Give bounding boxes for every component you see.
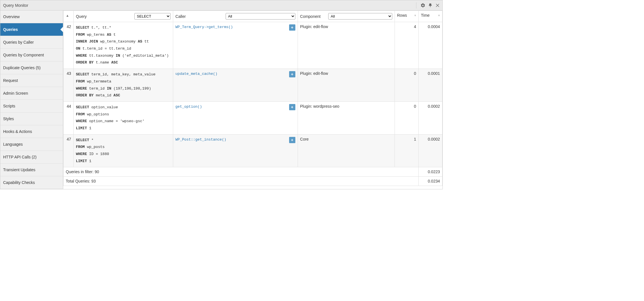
header-icons bbox=[414, 2, 442, 9]
time-cell: 0.0001 bbox=[419, 69, 442, 102]
query-cell: SELECT t.*, tt.*FROM wp_terms AS tINNER … bbox=[73, 22, 173, 69]
caller-cell: WP_Post::get_instance()+ bbox=[173, 134, 298, 167]
col-query-label: Query bbox=[76, 14, 87, 19]
total-time: 0.0234 bbox=[419, 177, 442, 186]
caller-link[interactable]: get_option() bbox=[175, 105, 202, 109]
footer-total-row: Total Queries: 93 0.0234 bbox=[63, 177, 442, 186]
component-cell: Core bbox=[298, 134, 395, 167]
col-query: Query SELECT bbox=[73, 11, 173, 22]
query-cell: SELECT *FROM wp_postsWHERE ID = 1880LIMI… bbox=[73, 134, 173, 167]
sidebar-item[interactable]: Overview bbox=[0, 10, 63, 23]
total-count: Total Queries: 93 bbox=[63, 177, 419, 186]
pin-icon[interactable] bbox=[428, 3, 433, 8]
rows-cell: 4 bbox=[395, 22, 418, 69]
rows-cell: 1 bbox=[395, 134, 418, 167]
filter-count: Queries in filter: 90 bbox=[63, 167, 419, 177]
query-cell: SELECT option_valueFROM wp_optionsWHERE … bbox=[73, 101, 173, 134]
component-cell: Plugin: wordpress-seo bbox=[298, 101, 395, 134]
caller-cell: get_option()+ bbox=[173, 101, 298, 134]
component-cell: Plugin: edit-flow bbox=[298, 22, 395, 69]
col-caller-label: Caller bbox=[175, 14, 186, 19]
time-cell: 0.0004 bbox=[419, 22, 442, 69]
sidebar-item[interactable]: Hooks & Actions bbox=[0, 125, 63, 138]
row-number: 44 bbox=[63, 101, 74, 134]
sidebar-item[interactable]: Admin Screen bbox=[0, 87, 63, 100]
sidebar-item[interactable]: Request bbox=[0, 74, 63, 87]
main-content: ▲ Query SELECT Caller bbox=[63, 10, 442, 189]
table-row: 42SELECT t.*, tt.*FROM wp_terms AS tINNE… bbox=[63, 22, 442, 69]
query-sql: SELECT *FROM wp_postsWHERE ID = 1880LIMI… bbox=[76, 137, 171, 165]
expand-button[interactable]: + bbox=[289, 104, 295, 110]
sidebar-item[interactable]: Queries bbox=[0, 23, 63, 36]
rows-cell: 0 bbox=[395, 69, 418, 102]
query-sql: SELECT term_id, meta_key, meta_valueFROM… bbox=[76, 71, 171, 99]
col-caller: Caller All bbox=[173, 11, 298, 22]
gear-icon[interactable] bbox=[420, 3, 425, 8]
caller-link[interactable]: WP_Post::get_instance() bbox=[175, 137, 226, 142]
sort-asc-icon: ▲ bbox=[66, 14, 69, 18]
rows-cell: 0 bbox=[395, 101, 418, 134]
sidebar-item[interactable]: Capability Checks bbox=[0, 176, 63, 189]
sidebar-item[interactable]: HTTP API Calls (2) bbox=[0, 151, 63, 164]
sidebar-item[interactable]: Scripts bbox=[0, 100, 63, 113]
caller-cell: update_meta_cache()+ bbox=[173, 69, 298, 102]
sidebar: OverviewQueriesQueries by CallerQueries … bbox=[0, 10, 63, 189]
panel-title: Query Monitor bbox=[3, 3, 414, 8]
footer-filter-row: Queries in filter: 90 0.0223 bbox=[63, 167, 442, 177]
sidebar-item[interactable]: Queries by Caller bbox=[0, 36, 63, 49]
sort-arrow-icon: ▾ bbox=[438, 14, 440, 17]
expand-button[interactable]: + bbox=[289, 137, 295, 143]
queries-table: ▲ Query SELECT Caller bbox=[63, 10, 442, 186]
col-time[interactable]: Time▾ bbox=[419, 11, 442, 22]
col-component: Component All bbox=[298, 11, 395, 22]
col-time-label: Time bbox=[421, 13, 430, 18]
time-cell: 0.0002 bbox=[419, 101, 442, 134]
sidebar-item[interactable]: Transient Updates bbox=[0, 164, 63, 176]
col-sort[interactable]: ▲ bbox=[63, 11, 74, 22]
col-component-label: Component bbox=[300, 14, 321, 19]
query-sql: SELECT option_valueFROM wp_optionsWHERE … bbox=[76, 104, 171, 132]
panel-header: Query Monitor bbox=[0, 0, 442, 10]
col-rows[interactable]: Rows▾ bbox=[395, 11, 418, 22]
sidebar-item[interactable]: Languages bbox=[0, 138, 63, 151]
caller-select[interactable]: All bbox=[226, 13, 295, 20]
query-sql: SELECT t.*, tt.*FROM wp_terms AS tINNER … bbox=[76, 24, 171, 66]
caller-link[interactable]: update_meta_cache() bbox=[175, 72, 217, 76]
sidebar-item[interactable]: Duplicate Queries (5) bbox=[0, 62, 63, 74]
table-row: 44SELECT option_valueFROM wp_optionsWHER… bbox=[63, 101, 442, 134]
query-type-select[interactable]: SELECT bbox=[134, 13, 171, 20]
sidebar-item[interactable]: Styles bbox=[0, 113, 63, 125]
time-cell: 0.0002 bbox=[419, 134, 442, 167]
row-number: 47 bbox=[63, 134, 74, 167]
col-rows-label: Rows bbox=[397, 13, 407, 18]
row-number: 42 bbox=[63, 22, 74, 69]
sort-arrow-icon: ▾ bbox=[414, 14, 416, 17]
caller-link[interactable]: WP_Term_Query->get_terms() bbox=[175, 25, 233, 29]
expand-button[interactable]: + bbox=[289, 24, 295, 31]
row-number: 43 bbox=[63, 69, 74, 102]
query-monitor-panel: Query Monitor OverviewQueriesQueries by … bbox=[0, 0, 443, 189]
component-select[interactable]: All bbox=[328, 13, 392, 20]
query-cell: SELECT term_id, meta_key, meta_valueFROM… bbox=[73, 69, 173, 102]
expand-button[interactable]: + bbox=[289, 71, 295, 77]
close-icon[interactable] bbox=[435, 3, 440, 8]
caller-cell: WP_Term_Query->get_terms()+ bbox=[173, 22, 298, 69]
filter-time: 0.0223 bbox=[419, 167, 442, 177]
table-row: 43SELECT term_id, meta_key, meta_valueFR… bbox=[63, 69, 442, 102]
table-row: 47SELECT *FROM wp_postsWHERE ID = 1880LI… bbox=[63, 134, 442, 167]
header-divider bbox=[416, 2, 416, 9]
sidebar-item[interactable]: Queries by Component bbox=[0, 49, 63, 62]
component-cell: Plugin: edit-flow bbox=[298, 69, 395, 102]
